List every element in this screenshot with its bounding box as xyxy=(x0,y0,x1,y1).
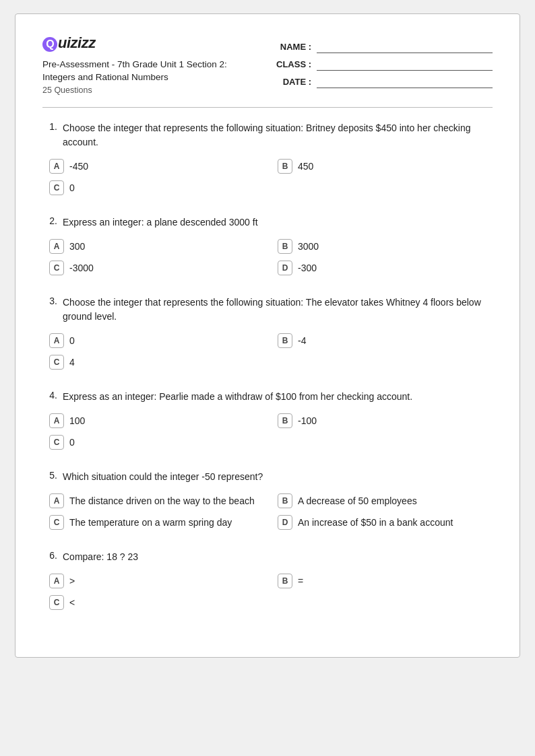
class-field-row: CLASS : xyxy=(274,59,493,71)
question-6: 6.Compare: 18 ? 23A>B=C< xyxy=(42,550,493,610)
logo-q-circle: Q xyxy=(42,37,57,52)
option-letter-a: A xyxy=(49,493,64,508)
option-text-5-a: The distance driven on the way to the be… xyxy=(69,495,255,506)
option-text-6-b: = xyxy=(298,576,303,586)
option-text-6-c: < xyxy=(69,597,75,608)
question-1: 1.Choose the integer that represents the… xyxy=(42,121,493,195)
question-4-row: 4.Express as an integer: Pearlie made a … xyxy=(42,390,493,404)
option-letter-b: B xyxy=(278,413,292,428)
question-4-text: Express as an integer: Pearlie made a wi… xyxy=(63,390,412,404)
option-text-2-d: -300 xyxy=(298,263,317,273)
question-4-number: 4. xyxy=(42,390,57,404)
class-line xyxy=(317,59,493,71)
question-6-number: 6. xyxy=(42,550,57,564)
question-2-row: 2.Express an integer: a plane descended … xyxy=(42,215,493,230)
question-3: 3.Choose the integer that represents the… xyxy=(42,296,493,370)
question-5-option-c[interactable]: CThe temperature on a warm spring day xyxy=(49,515,264,530)
class-label: CLASS : xyxy=(274,59,311,69)
question-3-row: 3.Choose the integer that represents the… xyxy=(42,296,493,324)
question-5-number: 5. xyxy=(42,470,57,484)
question-2-option-c[interactable]: C-3000 xyxy=(49,261,264,275)
assessment-title: Pre-Assessment - 7th Grade Unit 1 Sectio… xyxy=(42,59,261,84)
question-6-option-a[interactable]: A> xyxy=(49,574,264,588)
option-letter-c: C xyxy=(49,355,64,370)
date-field-row: DATE : xyxy=(274,76,493,88)
option-letter-b: B xyxy=(278,333,292,348)
questions-container: 1.Choose the integer that represents the… xyxy=(42,121,493,610)
option-text-4-c: 0 xyxy=(69,437,75,448)
page-container: Quizizz Pre-Assessment - 7th Grade Unit … xyxy=(15,13,520,658)
option-letter-a: A xyxy=(49,333,64,348)
question-5-option-d[interactable]: DAn increase of $50 in a bank account xyxy=(278,515,493,530)
option-letter-b: B xyxy=(278,239,292,254)
option-text-3-c: 4 xyxy=(69,357,75,368)
option-text-1-b: 450 xyxy=(298,161,313,172)
option-letter-d: D xyxy=(278,261,292,275)
option-letter-c: C xyxy=(49,180,64,195)
date-line xyxy=(317,76,493,88)
question-3-option-c[interactable]: C4 xyxy=(49,355,264,370)
question-5-option-b[interactable]: BA decrease of 50 employees xyxy=(278,493,493,508)
name-field-row: NAME : xyxy=(274,41,493,53)
question-3-options: A0B-4C4 xyxy=(49,333,493,370)
option-text-4-a: 100 xyxy=(69,415,85,426)
question-2-option-b[interactable]: B3000 xyxy=(278,239,493,254)
option-text-3-a: 0 xyxy=(69,335,75,346)
option-letter-a: A xyxy=(49,413,64,428)
question-3-number: 3. xyxy=(42,296,57,324)
question-1-option-a[interactable]: A-450 xyxy=(49,159,264,174)
option-letter-b: B xyxy=(278,493,292,508)
name-line xyxy=(317,41,493,53)
date-label: DATE : xyxy=(274,77,311,87)
question-1-option-c[interactable]: C0 xyxy=(49,180,264,195)
question-5-text: Which situation could the integer -50 re… xyxy=(63,470,263,484)
question-2-number: 2. xyxy=(42,215,57,230)
question-3-option-a[interactable]: A0 xyxy=(49,333,264,348)
question-4: 4.Express as an integer: Pearlie made a … xyxy=(42,390,493,450)
option-text-6-a: > xyxy=(69,576,75,586)
option-letter-b: B xyxy=(278,574,292,588)
question-1-text: Choose the integer that represents the f… xyxy=(63,121,493,149)
question-1-number: 1. xyxy=(42,121,57,149)
question-2-option-a[interactable]: A300 xyxy=(49,239,264,254)
question-2-option-d[interactable]: D-300 xyxy=(278,261,493,275)
question-6-text: Compare: 18 ? 23 xyxy=(63,550,138,564)
question-4-option-a[interactable]: A100 xyxy=(49,413,264,428)
header-divider xyxy=(42,107,493,108)
question-5-options: AThe distance driven on the way to the b… xyxy=(49,493,493,530)
question-2-text: Express an integer: a plane descended 30… xyxy=(63,215,258,230)
option-text-2-c: -3000 xyxy=(69,263,94,273)
option-letter-a: A xyxy=(49,574,64,588)
option-text-2-a: 300 xyxy=(69,241,85,252)
question-4-option-b[interactable]: B-100 xyxy=(278,413,493,428)
question-4-option-c[interactable]: C0 xyxy=(49,435,264,450)
questions-count: 25 Questions xyxy=(42,85,261,95)
option-letter-b: B xyxy=(278,159,292,174)
question-6-options: A>B=C< xyxy=(49,574,493,610)
option-letter-a: A xyxy=(49,159,64,174)
option-text-2-b: 3000 xyxy=(298,241,319,252)
option-letter-a: A xyxy=(49,239,64,254)
option-letter-c: C xyxy=(49,435,64,450)
option-text-5-d: An increase of $50 in a bank account xyxy=(298,517,453,528)
header-left: Quizizz Pre-Assessment - 7th Grade Unit … xyxy=(42,34,261,95)
question-5: 5.Which situation could the integer -50 … xyxy=(42,470,493,530)
option-text-1-c: 0 xyxy=(69,182,75,193)
question-6-option-c[interactable]: C< xyxy=(49,595,264,610)
header-right: NAME : CLASS : DATE : xyxy=(274,34,493,95)
question-3-option-b[interactable]: B-4 xyxy=(278,333,493,348)
question-6-option-b[interactable]: B= xyxy=(278,574,493,588)
question-5-row: 5.Which situation could the integer -50 … xyxy=(42,470,493,484)
name-label: NAME : xyxy=(274,42,311,52)
question-5-option-a[interactable]: AThe distance driven on the way to the b… xyxy=(49,493,264,508)
question-3-text: Choose the integer that represents the f… xyxy=(63,296,493,324)
question-1-options: A-450B450C0 xyxy=(49,159,493,195)
option-text-5-b: A decrease of 50 employees xyxy=(298,495,417,506)
option-letter-c: C xyxy=(49,595,64,610)
option-letter-d: D xyxy=(278,515,292,530)
header: Quizizz Pre-Assessment - 7th Grade Unit … xyxy=(42,34,493,95)
logo-text: uizizz xyxy=(58,34,96,51)
option-text-4-b: -100 xyxy=(298,415,317,426)
quizizz-logo: Quizizz xyxy=(42,34,261,52)
question-1-option-b[interactable]: B450 xyxy=(278,159,493,174)
